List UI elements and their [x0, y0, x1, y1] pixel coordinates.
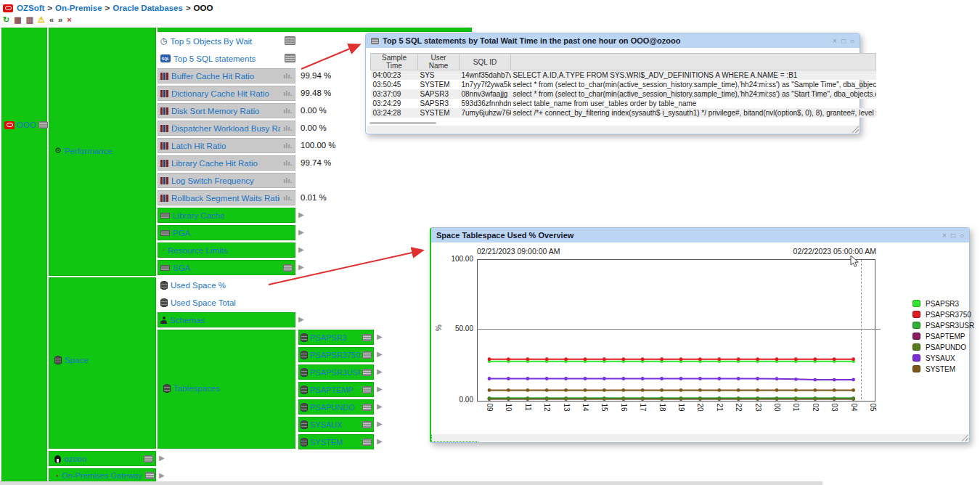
sparkline-icon[interactable]: ılı. [283, 142, 293, 150]
table-view-icon[interactable] [362, 421, 372, 428]
row-tablespace-psapsr3750[interactable]: PSAPSR3750 [298, 347, 374, 362]
data-point[interactable] [717, 377, 721, 380]
table-view-icon[interactable] [362, 386, 372, 394]
data-point[interactable] [584, 397, 587, 401]
data-point[interactable] [584, 377, 587, 380]
data-point[interactable] [641, 388, 645, 392]
row-used-space-pct[interactable]: Used Space % [158, 277, 295, 293]
row-tablespace-sysaux[interactable]: SYSAUX [298, 417, 374, 432]
row-tablespace-psapsr3[interactable]: PSAPSR3 [298, 330, 374, 345]
legend-item[interactable]: PSAPSR3750 [912, 311, 974, 318]
data-point[interactable] [526, 377, 529, 380]
topology-icon[interactable]: ▦ [14, 15, 21, 25]
close-icon[interactable]: × [833, 37, 837, 45]
row-tablespace-psapsr3usr[interactable]: PSAPSR3USR [298, 364, 374, 380]
sql-row[interactable]: 03:50:45SYSTEM1n7yy7f2ywa5kselect * from… [371, 80, 876, 89]
maximize-icon[interactable]: □ [841, 37, 846, 45]
topology-link-icon[interactable]: ▥ [26, 15, 33, 25]
data-point[interactable] [717, 388, 721, 392]
data-point[interactable] [545, 377, 549, 380]
data-point[interactable] [564, 377, 568, 380]
data-point[interactable] [794, 388, 798, 392]
expand-all-icon[interactable]: » [58, 15, 62, 25]
data-point[interactable] [775, 377, 779, 380]
pin-icon[interactable]: × [67, 15, 71, 25]
data-point[interactable] [507, 377, 510, 380]
cell-performance[interactable]: ⚙ Performance [49, 28, 156, 276]
table-view-icon[interactable] [362, 351, 372, 359]
breadcrumb-item[interactable]: Oracle Databases [113, 4, 183, 12]
data-point[interactable] [507, 357, 510, 361]
data-point[interactable] [564, 397, 568, 401]
sql-row[interactable]: 03:24:29SAPSR3593d36zfnnhdnselect table_… [371, 99, 876, 108]
sparkline-icon[interactable]: ılı. [283, 176, 293, 184]
cell-space[interactable]: Space [49, 277, 156, 449]
legend-item[interactable]: PSAPTEMP [912, 333, 974, 340]
expand-caret[interactable]: ▶ [298, 211, 304, 219]
row-latch-hit-ratio[interactable]: Latch Hit Ratio ılı. [158, 138, 295, 153]
data-point[interactable] [813, 378, 817, 382]
sparkline-icon[interactable]: ılı. [283, 194, 293, 202]
data-point[interactable] [737, 377, 740, 380]
data-point[interactable] [603, 377, 606, 380]
data-point[interactable] [679, 388, 683, 392]
data-point[interactable] [660, 357, 663, 361]
popup-titlebar[interactable]: Space Tablespace Used % Overview × □ ○ [431, 228, 969, 242]
data-point[interactable] [488, 397, 491, 401]
data-point[interactable] [775, 397, 779, 401]
data-point[interactable] [852, 357, 855, 361]
data-point[interactable] [564, 357, 568, 361]
pin-icon[interactable]: ○ [960, 232, 964, 240]
row-log-switch-frequency[interactable]: Log Switch Frequency ılı. [158, 173, 295, 188]
data-point[interactable] [775, 357, 779, 361]
data-point[interactable] [641, 377, 645, 380]
expand-caret[interactable]: ▶ [377, 420, 383, 428]
horizontal-scrollbar[interactable] [369, 122, 436, 124]
row-tablespace-system[interactable]: SYSTEM [298, 434, 374, 449]
sql-row[interactable]: 04:00:23SYS14wnf35dahb7vSELECT A.ID,A.TY… [371, 70, 876, 81]
expand-caret[interactable]: ▶ [159, 455, 165, 462]
data-point[interactable] [833, 397, 836, 401]
row-schemas[interactable]: Schemas [158, 312, 295, 327]
data-point[interactable] [679, 357, 683, 361]
data-point[interactable] [621, 357, 625, 361]
table-view-icon[interactable] [38, 121, 48, 129]
data-point[interactable] [737, 397, 740, 401]
data-point[interactable] [813, 357, 817, 361]
data-point[interactable] [698, 397, 702, 401]
expand-caret[interactable]: ▶ [377, 368, 383, 375]
data-point[interactable] [507, 397, 510, 401]
line-chart[interactable] [477, 259, 874, 400]
sparkline-icon[interactable]: ılı. [283, 159, 293, 167]
data-point[interactable] [660, 397, 663, 401]
row-top5-objects-by-wait[interactable]: ◷ Top 5 Objects By Wait [158, 33, 295, 49]
data-point[interactable] [813, 388, 817, 392]
data-point[interactable] [717, 397, 721, 401]
data-point[interactable] [621, 388, 625, 392]
data-point[interactable] [507, 388, 510, 392]
data-point[interactable] [621, 397, 625, 401]
data-point[interactable] [526, 388, 529, 392]
data-point[interactable] [488, 377, 491, 380]
data-point[interactable] [852, 378, 855, 382]
row-sga[interactable]: SGA [158, 260, 295, 275]
data-point[interactable] [488, 357, 491, 361]
table-view-icon[interactable] [283, 264, 293, 272]
row-dictionary-cache-hit-ratio[interactable]: Dictionary Cache Hit Ratio ılı. [158, 86, 295, 101]
expand-caret[interactable]: ▶ [298, 229, 304, 236]
warning-icon[interactable]: ⚠ [38, 15, 45, 25]
data-point[interactable] [545, 357, 549, 361]
data-point[interactable] [641, 397, 645, 401]
row-library-cache[interactable]: Library Cache [158, 208, 295, 223]
data-point[interactable] [775, 388, 779, 392]
sql-row[interactable]: 03:24:28SYSTEM7umy6juhzw766select /*+ co… [371, 108, 876, 118]
table-view-icon[interactable] [362, 369, 372, 376]
sparkline-icon[interactable]: ılı. [283, 89, 293, 97]
row-rollback-segment-waits-ratio[interactable]: Rollback Segment Waits Ratio ılı. [158, 190, 295, 205]
data-point[interactable] [660, 377, 663, 380]
data-point[interactable] [698, 388, 702, 392]
cell-tablespaces[interactable]: Tablespaces [158, 330, 295, 449]
cell-host-ozooo[interactable]: ozooo [49, 451, 156, 466]
legend-item[interactable]: SYSAUX [912, 354, 974, 362]
data-point[interactable] [756, 397, 759, 401]
